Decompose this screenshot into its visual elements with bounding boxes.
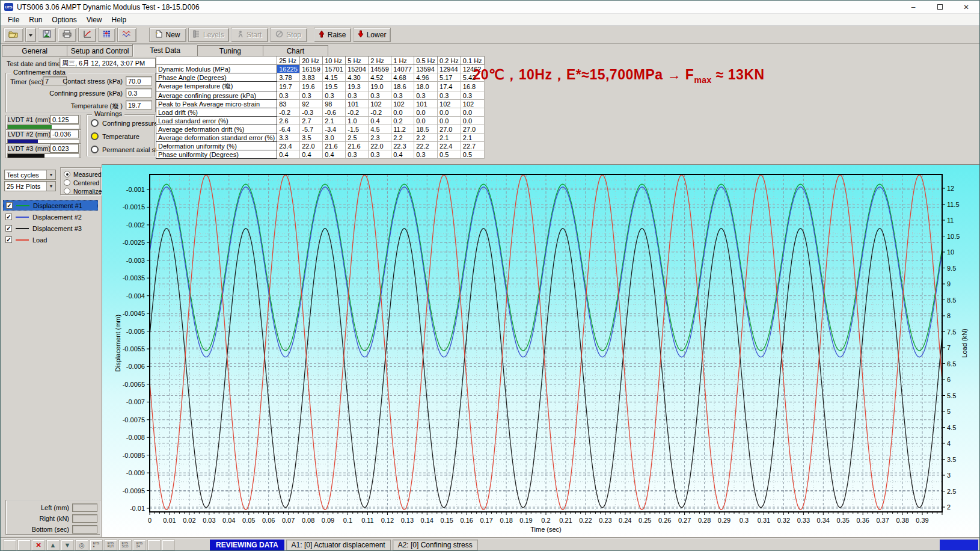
tab-general[interactable]: General	[2, 45, 67, 57]
status-ehs-bulb-button[interactable]: EHS♦	[90, 540, 103, 550]
table-cell[interactable]: 4.5	[369, 125, 391, 134]
table-cell[interactable]: 0.4	[300, 150, 323, 159]
table-cell[interactable]: -5.7	[300, 125, 323, 134]
table-cell[interactable]: 2.5	[346, 134, 369, 142]
table-cell[interactable]: 23.4	[277, 142, 300, 150]
table-cell[interactable]: 2.6	[277, 117, 300, 125]
table-cell[interactable]: 16225	[277, 65, 300, 73]
table-cell[interactable]: 21.6	[323, 142, 346, 150]
toolbar-signal-traces-button[interactable]	[117, 28, 136, 42]
table-cell[interactable]: 0.5	[438, 150, 461, 159]
mode-measured[interactable]: Measured	[64, 170, 100, 178]
table-cell[interactable]: 0.5	[461, 150, 484, 159]
table-cell[interactable]: 0.3	[369, 150, 391, 159]
table-cell[interactable]: -3.4	[323, 125, 346, 134]
chevron-down-icon[interactable]: ▼	[46, 170, 55, 179]
table-cell[interactable]: 0.3	[346, 91, 369, 100]
checkbox-icon[interactable]: ✓	[5, 236, 12, 243]
freq-header-1-hz[interactable]: 1 Hz	[391, 57, 414, 65]
freq-header-10-hz[interactable]: 10 Hz	[323, 57, 346, 65]
table-cell[interactable]: 0.4	[369, 117, 391, 125]
table-cell[interactable]: 101	[414, 100, 438, 108]
table-cell[interactable]: 2.7	[300, 117, 323, 125]
status-down-arrow-button[interactable]: ▼	[61, 540, 74, 550]
table-cell[interactable]: 18.0	[414, 82, 438, 91]
table-cell[interactable]: 22.0	[300, 142, 323, 150]
table-cell[interactable]: 83	[277, 100, 300, 108]
table-cell[interactable]: 27.0	[438, 125, 461, 134]
table-cell[interactable]: 0.0	[414, 108, 438, 117]
table-cell[interactable]: 101	[346, 100, 369, 108]
table-cell[interactable]: 0.3	[300, 91, 323, 100]
table-cell[interactable]: 0.2	[391, 117, 414, 125]
table-cell[interactable]: 22.2	[414, 142, 438, 150]
table-cell[interactable]: 0.0	[461, 108, 484, 117]
table-cell[interactable]: 3.78	[277, 73, 300, 82]
table-cell[interactable]: 0.4	[323, 150, 346, 159]
plot-select-25-hz-plots[interactable]: 25 Hz Plots▼	[4, 181, 56, 191]
table-cell[interactable]: 4.15	[323, 73, 346, 82]
table-cell[interactable]: 0.3	[414, 91, 438, 100]
table-cell[interactable]: 0.3	[323, 91, 346, 100]
table-cell[interactable]: 22.4	[438, 142, 461, 150]
table-cell[interactable]: 19.7	[277, 82, 300, 91]
freq-header-0-5-hz[interactable]: 0.5 Hz	[414, 57, 438, 65]
minimize-button[interactable]: –	[900, 1, 926, 13]
table-cell[interactable]: 0.3	[414, 150, 438, 159]
tab-chart[interactable]: Chart	[263, 45, 328, 57]
tab-test-data[interactable]: Test Data	[132, 44, 197, 57]
table-cell[interactable]: -0.2	[369, 108, 391, 117]
table-cell[interactable]: 13594	[414, 65, 438, 73]
toolbar-chart-report-button[interactable]	[78, 28, 96, 42]
status-up-arrow-button[interactable]: ▲	[46, 540, 60, 550]
menu-help[interactable]: Help	[107, 14, 132, 25]
status-delete-x-button[interactable]: ✕	[32, 540, 45, 550]
toolbar-lower-button[interactable]: Lower	[353, 28, 391, 42]
menu-file[interactable]: File	[3, 14, 24, 25]
freq-header-5-hz[interactable]: 5 Hz	[346, 57, 369, 65]
radio-icon[interactable]	[64, 179, 70, 186]
table-cell[interactable]: 22.3	[391, 142, 414, 150]
table-cell[interactable]: 17.4	[438, 82, 461, 91]
table-cell[interactable]: 19.6	[300, 82, 323, 91]
table-cell[interactable]: 14559	[369, 65, 391, 73]
table-cell[interactable]: 0.0	[391, 108, 414, 117]
table-cell[interactable]: 0.0	[461, 117, 484, 125]
scale-field-input[interactable]	[72, 525, 97, 534]
table-cell[interactable]: 4.30	[346, 73, 369, 82]
radio-icon[interactable]	[64, 171, 70, 177]
menu-options[interactable]: Options	[47, 14, 81, 25]
menu-run[interactable]: Run	[24, 14, 47, 25]
table-cell[interactable]: 21.6	[346, 142, 369, 150]
table-cell[interactable]: 4.68	[391, 73, 414, 82]
table-cell[interactable]: 3.0	[323, 134, 346, 142]
freq-header-0-1-hz[interactable]: 0.1 Hz	[461, 57, 484, 65]
table-cell[interactable]: 102	[438, 100, 461, 108]
chevron-down-icon[interactable]: ▼	[46, 182, 55, 191]
legend-displacement-2[interactable]: ✓Displacement #2	[3, 212, 98, 222]
table-cell[interactable]: 3.83	[300, 73, 323, 82]
scale-field-input[interactable]	[72, 503, 97, 512]
table-cell[interactable]: 19.3	[346, 82, 369, 91]
table-cell[interactable]: 2.3	[369, 134, 391, 142]
plot-select-test-cycles[interactable]: Test cycles▼	[4, 170, 56, 180]
toolbar-open-file-button[interactable]	[4, 28, 23, 42]
mode-centered[interactable]: Centered	[64, 179, 100, 186]
table-cell[interactable]: -0.3	[300, 108, 323, 117]
checkbox-icon[interactable]: ✓	[5, 214, 12, 220]
status-ehs-rlh-button[interactable]: EHSRLH	[104, 540, 117, 550]
table-cell[interactable]: 12944	[438, 65, 461, 73]
toolbar-new-button[interactable]: New	[149, 28, 186, 42]
status-ehs-24-button[interactable]: EHS24	[133, 540, 146, 550]
table-cell[interactable]: 18.6	[391, 82, 414, 91]
freq-header-0-2-hz[interactable]: 0.2 Hz	[438, 57, 461, 65]
table-cell[interactable]: 0.3	[461, 91, 484, 100]
table-cell[interactable]: 0.3	[346, 150, 369, 159]
table-cell[interactable]: 22.7	[461, 142, 484, 150]
table-cell[interactable]: 0.3	[438, 91, 461, 100]
table-cell[interactable]: 0.3	[277, 91, 300, 100]
table-cell[interactable]: 3.3	[277, 134, 300, 142]
table-cell[interactable]: -0.2	[346, 108, 369, 117]
menu-view[interactable]: View	[82, 14, 107, 25]
table-cell[interactable]: 0.0	[414, 117, 438, 125]
